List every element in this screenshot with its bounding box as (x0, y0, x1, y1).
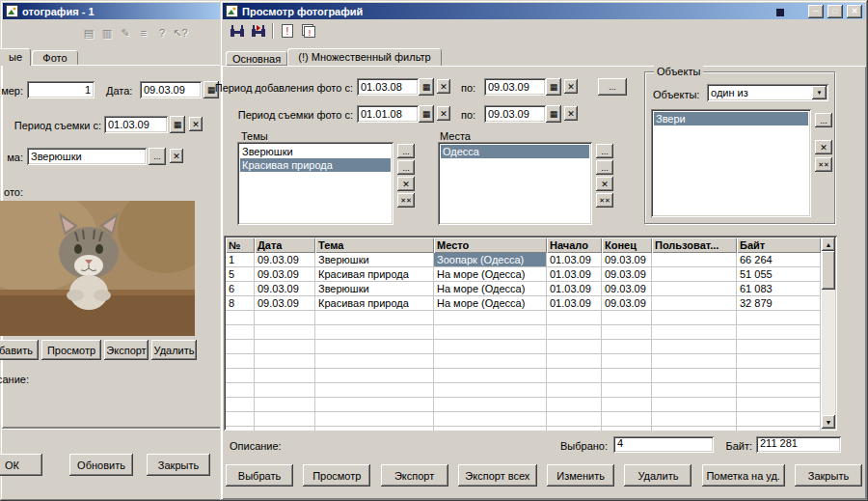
scroll-thumb[interactable] (822, 251, 835, 290)
table-row[interactable]: 609.03.09ЗверюшкиНа море (Одесса)01.03.0… (226, 282, 821, 296)
objects-listbox[interactable]: Звери (651, 109, 811, 217)
window-title: Просмотр фотографий (242, 6, 804, 17)
mark-for-delete-button[interactable]: Пометка на уд. (702, 464, 785, 487)
dropdown-arrow-icon[interactable]: ▼ (812, 86, 827, 99)
copy-icon[interactable]: ▤ (79, 24, 98, 42)
table-row (226, 354, 821, 369)
number-input[interactable]: 1 (27, 81, 95, 98)
help-icon[interactable]: ? (152, 24, 172, 42)
column-header[interactable]: № (226, 237, 255, 253)
objects-add-button[interactable]: ... (815, 113, 832, 127)
shoot-period-input[interactable]: 01.03.09 (104, 116, 168, 133)
tab-main[interactable]: Основная (226, 51, 287, 66)
find-photos-icon[interactable] (228, 22, 247, 40)
column-header[interactable]: Тема (315, 237, 434, 253)
table-row[interactable]: 809.03.09Красивая природаНа море (Одесса… (226, 296, 821, 311)
objects-remove-button[interactable]: ✕ (815, 140, 832, 154)
add-to-input[interactable]: 09.03.09 (484, 78, 546, 96)
add-from-input[interactable]: 01.03.08 (357, 78, 419, 96)
menu-icon[interactable]: ≡ (134, 24, 153, 42)
view-button[interactable]: Просмотр (303, 464, 370, 487)
ok-button[interactable]: ОК (0, 454, 42, 476)
column-header[interactable]: Начало (547, 237, 602, 253)
single-filter-icon[interactable]: ! (278, 22, 297, 40)
more-button[interactable]: ... (598, 78, 627, 96)
close-button[interactable]: Закрыть (147, 454, 210, 476)
column-header[interactable]: Место (434, 237, 547, 253)
column-header[interactable]: Конец (602, 237, 652, 253)
places-add-button[interactable]: ... (596, 144, 613, 158)
themes-listbox[interactable]: ЗверюшкиКрасивая природа (237, 142, 393, 225)
shoot-to-input[interactable]: 09.03.09 (484, 105, 546, 123)
clear-button[interactable]: ✕ (564, 106, 578, 121)
themes-add-button[interactable]: ... (397, 144, 415, 158)
find-next-icon[interactable] (249, 22, 268, 40)
list-item[interactable]: Звери (654, 112, 808, 125)
context-help-icon[interactable]: ↖? (171, 24, 190, 42)
tab-photo[interactable]: Фото (32, 50, 78, 66)
calendar-button[interactable]: ▦ (546, 78, 561, 96)
divider (2, 428, 226, 430)
places-edit-button[interactable]: ... (596, 160, 613, 175)
themes-edit-button[interactable]: ... (397, 160, 415, 175)
photo-browser-window: Просмотр фотографий ─ □ ✕ ! ! Основная (… (220, 0, 868, 501)
close-button[interactable]: Закрыть (795, 464, 862, 487)
clear-button[interactable]: ✕ (189, 117, 203, 131)
date-input[interactable]: 09.03.09 (140, 81, 202, 98)
view-button[interactable]: Просмотр (41, 340, 101, 360)
shoot-from-input[interactable]: 01.01.08 (357, 105, 419, 123)
column-header[interactable]: Пользоват... (652, 237, 737, 253)
calendar-button[interactable]: ▦ (419, 78, 434, 96)
table-row[interactable]: 109.03.09ЗверюшкиЗоопарк (Одесса)01.03.0… (226, 253, 821, 267)
clear-button[interactable]: ✕ (437, 106, 450, 121)
delete-button[interactable]: Удалить (151, 340, 197, 360)
places-listbox[interactable]: Одесса (438, 142, 592, 225)
scroll-down-button[interactable]: ▼ (822, 415, 835, 429)
selected-count-value: 4 (613, 436, 714, 453)
window-icon (6, 5, 18, 17)
delete-button[interactable]: Удалить (624, 464, 692, 487)
objects-remove-all-button[interactable]: ✕✕ (815, 157, 832, 172)
calendar-button[interactable]: ▦ (419, 105, 434, 123)
refresh-button[interactable]: Обновить (69, 454, 133, 476)
calendar-button[interactable]: ▦ (546, 105, 561, 123)
tab-general[interactable]: ые (0, 48, 31, 66)
clear-button[interactable]: ✕ (564, 79, 578, 94)
export-all-button[interactable]: Экспорт всех (458, 464, 537, 487)
table-scrollbar[interactable]: ▲ ▼ (822, 237, 835, 429)
tab-multi-filter[interactable]: (!) Множественный фильтр (287, 48, 442, 66)
multi-filter-icon[interactable]: ! (299, 22, 318, 40)
maximize-button[interactable]: □ (827, 5, 843, 18)
window-title: отография - 1 (22, 6, 222, 17)
edit-icon[interactable]: ✎ (116, 24, 135, 42)
calendar-button[interactable]: ▦ (170, 116, 185, 133)
objects-mode-select[interactable]: один из (707, 84, 828, 101)
more-button[interactable]: ... (149, 148, 166, 165)
select-button[interactable]: Выбрать (226, 464, 293, 487)
export-button[interactable]: Экспорт (104, 340, 149, 360)
minimize-button[interactable]: ─ (808, 5, 824, 18)
theme-input[interactable]: Зверюшки (27, 148, 147, 165)
clear-button[interactable]: ✕ (170, 149, 183, 163)
export-button[interactable]: Экспорт (381, 464, 448, 487)
edit-button[interactable]: Изменить (547, 464, 614, 487)
list-item[interactable]: Красивая природа (240, 158, 391, 172)
list-item[interactable]: Одесса (441, 145, 589, 158)
results-table[interactable]: №ДатаТемаМестоНачалоКонецПользоват...Бай… (224, 236, 837, 431)
places-remove-all-button[interactable]: ✕✕ (596, 193, 613, 208)
close-button[interactable]: ✕ (847, 5, 862, 18)
add-button[interactable]: бавить (0, 340, 39, 360)
table-row[interactable]: 509.03.09Красивая природаНа море (Одесса… (226, 267, 821, 282)
list-icon[interactable]: ▥ (97, 24, 117, 42)
photo-edit-titlebar[interactable]: отография - 1 (3, 3, 225, 19)
column-header[interactable]: Байт (737, 237, 821, 253)
scroll-up-button[interactable]: ▲ (822, 237, 835, 251)
themes-remove-button[interactable]: ✕ (397, 177, 415, 191)
tab-label: (!) Множественный фильтр (298, 51, 430, 63)
list-item[interactable]: Зверюшки (240, 145, 391, 158)
places-remove-button[interactable]: ✕ (596, 177, 613, 191)
clear-button[interactable]: ✕ (437, 79, 450, 94)
themes-remove-all-button[interactable]: ✕✕ (397, 193, 415, 208)
photo-browser-titlebar[interactable]: Просмотр фотографий ─ □ ✕ (223, 3, 865, 19)
column-header[interactable]: Дата (255, 237, 315, 253)
